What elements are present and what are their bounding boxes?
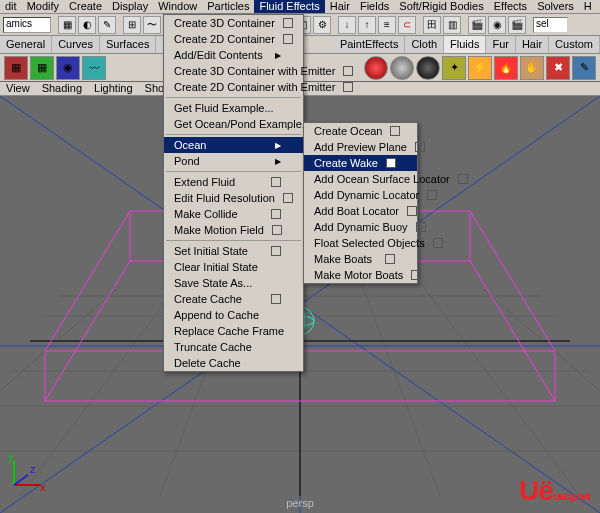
menu-display[interactable]: Display bbox=[107, 0, 153, 13]
shelf-ocean-icon[interactable]: 〰 bbox=[82, 56, 106, 80]
menu-item[interactable]: Make Collide bbox=[164, 206, 303, 222]
hypershade-icon[interactable]: ◉ bbox=[488, 16, 506, 34]
shelf-brush-icon[interactable]: ✎ bbox=[572, 56, 596, 80]
layout-icon[interactable]: 田 bbox=[423, 16, 441, 34]
tab-custom[interactable]: Custom bbox=[549, 36, 600, 53]
menu-item[interactable]: Make Motor Boats bbox=[304, 267, 417, 283]
menu-item[interactable]: Create 2D Container with Emitter bbox=[164, 79, 303, 95]
option-box-icon[interactable] bbox=[458, 174, 468, 184]
tab-fluids[interactable]: Fluids bbox=[444, 36, 486, 53]
menu-item[interactable]: Extend Fluid bbox=[164, 174, 303, 190]
clip-icon[interactable]: 🎬 bbox=[468, 16, 486, 34]
shelf-sphere-gray-icon[interactable] bbox=[390, 56, 414, 80]
menu-item[interactable]: Get Ocean/Pond Example... bbox=[164, 116, 303, 132]
menu-item[interactable]: Create Wake bbox=[304, 155, 417, 171]
option-box-icon[interactable] bbox=[433, 238, 443, 248]
render-globals-icon[interactable]: ⚙ bbox=[313, 16, 331, 34]
menu-item[interactable]: Pond▶ bbox=[164, 153, 303, 169]
magnet-icon[interactable]: ⊂ bbox=[398, 16, 416, 34]
menu-item[interactable]: Add/Edit Contents▶ bbox=[164, 47, 303, 63]
tab-curves[interactable]: Curves bbox=[52, 36, 100, 53]
tab-surfaces[interactable]: Surfaces bbox=[100, 36, 156, 53]
shelf-fluid3d-icon[interactable]: ▦ bbox=[4, 56, 28, 80]
output-icon[interactable]: ↑ bbox=[358, 16, 376, 34]
shelf-fire-icon[interactable]: 🔥 bbox=[494, 56, 518, 80]
menu-edit[interactable]: dit bbox=[0, 0, 22, 13]
snap-curve-icon[interactable]: 〜 bbox=[143, 16, 161, 34]
menu-item[interactable]: Make Boats bbox=[304, 251, 417, 267]
menu-item[interactable]: Make Motion Field bbox=[164, 222, 303, 238]
menu-window[interactable]: Window bbox=[153, 0, 202, 13]
menu-hair[interactable]: Hair bbox=[325, 0, 355, 13]
menu-item[interactable]: Replace Cache Frame bbox=[164, 323, 303, 339]
option-box-icon[interactable] bbox=[283, 34, 293, 44]
menu-item[interactable]: Add Preview Plane bbox=[304, 139, 417, 155]
menu-fluid-effects[interactable]: Fluid Effects bbox=[254, 0, 324, 13]
menu-help[interactable]: H bbox=[579, 0, 597, 13]
menu-item[interactable]: Float Selected Objects bbox=[304, 235, 417, 251]
menu-item[interactable]: Ocean▶ bbox=[164, 137, 303, 153]
menu-soft-rigid[interactable]: Soft/Rigid Bodies bbox=[394, 0, 488, 13]
shelf-hand-icon[interactable]: ✋ bbox=[520, 56, 544, 80]
option-box-icon[interactable] bbox=[271, 209, 281, 219]
tab-painteffects[interactable]: PaintEffects bbox=[334, 36, 406, 53]
menu-particles[interactable]: Particles bbox=[202, 0, 254, 13]
shelf-sphere-black-icon[interactable] bbox=[416, 56, 440, 80]
menu-item[interactable]: Create Ocean bbox=[304, 123, 417, 139]
shelf-wand-icon[interactable]: ✦ bbox=[442, 56, 466, 80]
menu-item[interactable]: Append to Cache bbox=[164, 307, 303, 323]
option-box-icon[interactable] bbox=[283, 18, 293, 28]
panel-shading[interactable]: Shading bbox=[36, 82, 88, 95]
menu-fields[interactable]: Fields bbox=[355, 0, 394, 13]
tab-general[interactable]: General bbox=[0, 36, 52, 53]
menu-create[interactable]: Create bbox=[64, 0, 107, 13]
option-box-icon[interactable] bbox=[385, 254, 395, 264]
graph-icon[interactable]: ≡ bbox=[378, 16, 396, 34]
menu-modify[interactable]: Modify bbox=[22, 0, 64, 13]
option-box-icon[interactable] bbox=[407, 206, 417, 216]
option-box-icon[interactable] bbox=[390, 126, 400, 136]
menu-item[interactable]: Add Ocean Surface Locator bbox=[304, 171, 417, 187]
option-box-icon[interactable] bbox=[386, 158, 396, 168]
shelf-sphere-red-icon[interactable] bbox=[364, 56, 388, 80]
shelf-bolt-icon[interactable]: ⚡ bbox=[468, 56, 492, 80]
layout2-icon[interactable]: ▥ bbox=[443, 16, 461, 34]
tab-cloth[interactable]: Cloth bbox=[405, 36, 444, 53]
option-box-icon[interactable] bbox=[271, 294, 281, 304]
clapper-icon[interactable]: 🎬 bbox=[508, 16, 526, 34]
option-box-icon[interactable] bbox=[415, 142, 425, 152]
panel-lighting[interactable]: Lighting bbox=[88, 82, 139, 95]
option-box-icon[interactable] bbox=[343, 66, 353, 76]
shelf-fluid2d-icon[interactable]: ▦ bbox=[30, 56, 54, 80]
shelf-emitter-icon[interactable]: ◉ bbox=[56, 56, 80, 80]
menu-item[interactable]: Add Dynamic Buoy bbox=[304, 219, 417, 235]
panel-view[interactable]: View bbox=[0, 82, 36, 95]
tool-lasso-icon[interactable]: ◐ bbox=[78, 16, 96, 34]
menu-solvers[interactable]: Solvers bbox=[532, 0, 579, 13]
menu-item[interactable]: Create Cache bbox=[164, 291, 303, 307]
option-box-icon[interactable] bbox=[271, 246, 281, 256]
menu-item[interactable]: Set Initial State bbox=[164, 243, 303, 259]
option-box-icon[interactable] bbox=[427, 190, 437, 200]
menu-item[interactable]: Add Dynamic Locator bbox=[304, 187, 417, 203]
menu-item[interactable]: Create 3D Container with Emitter bbox=[164, 63, 303, 79]
option-box-icon[interactable] bbox=[272, 225, 282, 235]
tab-fur[interactable]: Fur bbox=[486, 36, 516, 53]
sel-field[interactable]: sel bbox=[533, 17, 568, 33]
shelf-cancel-icon[interactable]: ✖ bbox=[546, 56, 570, 80]
menu-item[interactable]: Create 3D Container bbox=[164, 15, 303, 31]
snap-grid-icon[interactable]: ⊞ bbox=[123, 16, 141, 34]
menu-item[interactable]: Clear Initial State bbox=[164, 259, 303, 275]
tool-select-icon[interactable]: ▦ bbox=[58, 16, 76, 34]
option-box-icon[interactable] bbox=[343, 82, 353, 92]
option-box-icon[interactable] bbox=[411, 270, 421, 280]
menu-item[interactable]: Get Fluid Example... bbox=[164, 100, 303, 116]
tab-hair[interactable]: Hair bbox=[516, 36, 549, 53]
menu-item[interactable]: Save State As... bbox=[164, 275, 303, 291]
tool-paint-icon[interactable]: ✎ bbox=[98, 16, 116, 34]
menu-item[interactable]: Create 2D Container bbox=[164, 31, 303, 47]
option-box-icon[interactable] bbox=[271, 177, 281, 187]
menu-item[interactable]: Add Boat Locator bbox=[304, 203, 417, 219]
input-icon[interactable]: ↓ bbox=[338, 16, 356, 34]
menu-item[interactable]: Edit Fluid Resolution bbox=[164, 190, 303, 206]
